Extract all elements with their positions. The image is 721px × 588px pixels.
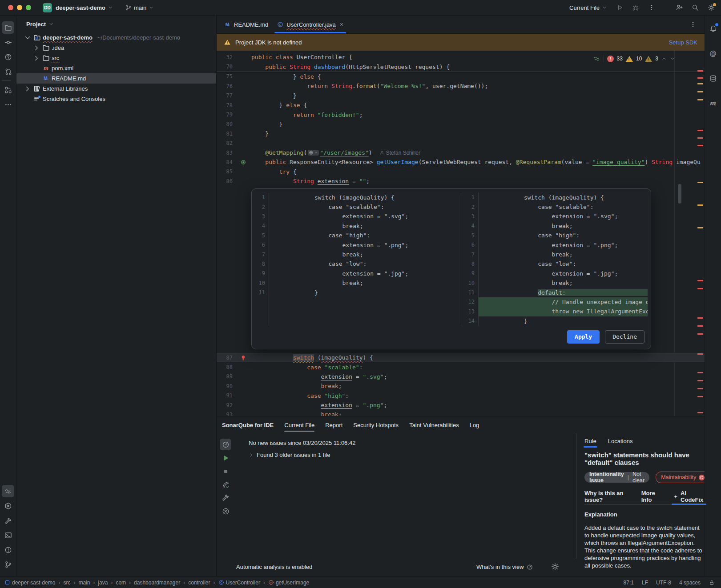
lock-open-icon[interactable] [709,580,715,586]
whats-in-view-link[interactable]: What's in this view [476,564,533,570]
stop-analysis-button[interactable] [220,465,231,477]
close-icon[interactable]: × [340,21,343,28]
configure-tools-button[interactable] [220,492,231,504]
error-stripe-mark[interactable] [697,137,703,139]
pull-requests-tool-button[interactable] [2,65,14,78]
panel-tab-log[interactable]: Log [470,416,479,433]
problems-tool-button[interactable] [2,544,14,556]
rule-tab-rule[interactable]: Rule [584,433,596,448]
more-tools-button[interactable] [2,98,14,111]
breadcrumb-dashboardmanager[interactable]: dashboardmanager [134,580,180,586]
tree-item--idea[interactable]: .idea [16,43,216,53]
tree-item-external-libraries[interactable]: External Libraries [16,84,216,94]
chev-right-icon[interactable] [32,54,40,62]
error-stripe-mark[interactable] [697,372,703,373]
commit-tool-button[interactable] [2,36,14,48]
editor-scrollbar[interactable] [678,184,681,204]
breadcrumb-src[interactable]: src [63,580,70,586]
error-stripe-mark[interactable] [697,227,703,228]
error-stripe-mark[interactable] [697,333,703,335]
build-tool-button[interactable] [2,514,14,527]
error-stripe-mark[interactable] [697,130,703,131]
error-stripe-mark[interactable] [697,91,703,92]
rule-tab-locations[interactable]: Locations [608,433,633,448]
run-config-selector[interactable]: Current File [569,4,607,11]
editor-tab-readme-md[interactable]: M↓README.md [220,16,273,33]
vcs-widget[interactable]: main [125,4,154,11]
panel-tab-taint-vulnerabilities[interactable]: Taint Vulnerabilities [409,416,459,433]
structure-tool-button[interactable] [2,84,14,96]
tree-item-pom-xml[interactable]: mpom.xml [16,63,216,73]
error-stripe-mark[interactable] [697,70,703,72]
error-stripe-mark[interactable] [697,280,703,281]
error-stripe-mark[interactable] [697,412,703,413]
project-badge[interactable]: DD [43,3,52,12]
bulb-gutter-icon[interactable] [235,355,251,361]
rule-subtab-ai-codefix[interactable]: AI CodeFix [673,488,705,504]
breadcrumb-main[interactable]: main [78,580,90,586]
close-window-button[interactable] [8,5,13,10]
ai-assistant-button[interactable]: @ [707,47,719,60]
status-indent-style[interactable]: 4 spaces [679,580,701,586]
terminal-tool-button[interactable] [2,529,14,541]
search-everywhere-button[interactable] [692,4,699,11]
breadcrumb-java[interactable]: java [98,580,108,586]
notifications-button[interactable] [707,22,719,35]
prev-issue-button[interactable] [661,56,667,61]
panel-settings-button[interactable] [551,563,559,571]
more-actions-button[interactable] [648,4,655,11]
sonarqube-tool-button[interactable] [2,485,14,497]
run-analysis-button[interactable] [220,452,231,464]
status-caret-position[interactable]: 87:1 [624,580,634,586]
database-button[interactable] [707,72,719,84]
tree-item-scratches-and-consoles[interactable]: Scratches and Consoles [16,94,216,104]
error-stripe-mark[interactable] [697,182,703,183]
inspections-widget[interactable]: ! 33 10 3 [591,54,678,63]
error-stripe-mark[interactable] [697,83,703,84]
maven-button[interactable]: m [707,97,719,109]
author-inlay[interactable]: Stefan Schiller [379,150,420,156]
error-stripe-mark[interactable] [697,396,703,397]
error-stripe-mark[interactable] [697,204,703,206]
decline-button[interactable]: Decline [605,330,644,344]
error-stripe-mark[interactable] [697,77,703,79]
rule-subtab-why-is-this-an-issue-[interactable]: Why is this an issue? [584,488,629,504]
error-stripe-mark[interactable] [697,99,703,100]
zoom-window-button[interactable] [26,5,31,10]
minimize-window-button[interactable] [17,5,22,10]
code-with-me-button[interactable] [676,4,683,11]
error-stripe-mark[interactable] [697,288,703,289]
services-tool-button[interactable] [2,500,14,512]
breadcrumb-getuserimage[interactable]: mgetUserImage [268,580,309,586]
run-button[interactable] [616,4,623,11]
error-stripe-mark[interactable] [697,353,703,355]
code-editor[interactable]: 32public class UserController {70 public… [217,51,705,416]
error-stripe-mark[interactable] [697,145,703,146]
git-tool-button[interactable] [2,558,14,571]
chev-down-icon[interactable] [24,34,32,42]
panel-tab-report[interactable]: Report [325,416,342,433]
clear-results-button[interactable] [220,505,231,517]
breadcrumb-com[interactable]: com [116,580,126,586]
project-tool-button[interactable] [2,21,14,34]
endpoint-gutter-icon[interactable] [235,159,251,165]
error-stripe-mark[interactable] [697,388,703,389]
chev-right-icon[interactable] [24,85,32,93]
rule-subtab-more-info[interactable]: More Info [641,488,661,504]
status-file-encoding[interactable]: UTF-8 [656,580,671,586]
status-line-ending[interactable]: LF [642,580,648,586]
project-widget[interactable]: deeper-sast-demo [56,4,113,11]
panel-tab-security-hotspots[interactable]: Security Hotspots [353,416,399,433]
tree-item-deeper-sast-demo[interactable]: deeper-sast-demo~/Documents/deeper-sast-… [16,32,216,43]
project-panel-header[interactable]: Project [16,16,216,32]
tree-item-readme-md[interactable]: M↓README.md [16,73,216,84]
chev-right-icon[interactable] [32,44,40,52]
apply-button[interactable]: Apply [567,330,600,344]
error-stripe-mark[interactable] [697,380,703,381]
analyze-current-file-button[interactable] [220,439,231,450]
tree-item-src[interactable]: src [16,53,216,63]
panel-tab-current-file[interactable]: Current File [284,416,314,433]
learn-tool-button[interactable] [2,51,14,63]
tab-options-button[interactable] [689,21,697,28]
editor-tab-usercontroller-java[interactable]: CUserController.java× [273,16,348,33]
